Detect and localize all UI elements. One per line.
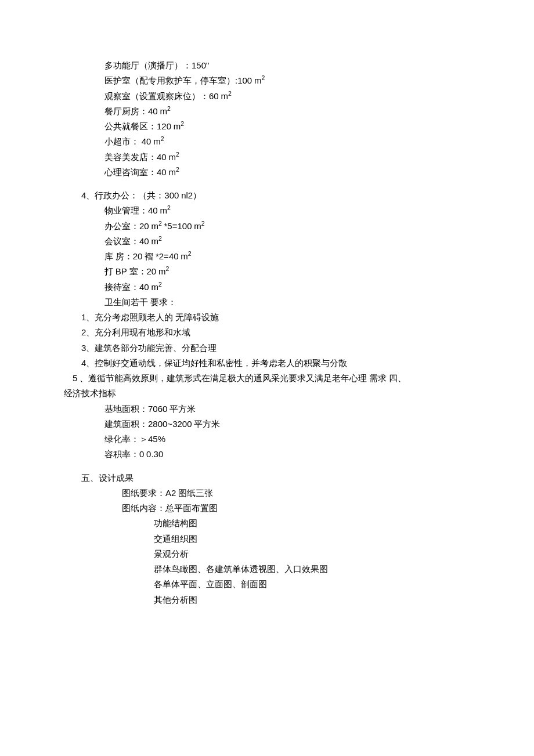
section-4-title: 经济技术指标	[64, 386, 470, 401]
requirement-item: 2、充分利用现有地形和水域	[64, 325, 470, 340]
drawing-item: 功能结构图	[64, 516, 470, 531]
drawing-item: 景观分析	[64, 547, 470, 562]
requirement-item: 3、建筑各部分功能完善、分配合理	[64, 341, 470, 356]
drawings-content-label: 图纸内容：总平面布置图	[64, 501, 470, 516]
drawing-item: 各单体平面、立面图、剖面图	[64, 577, 470, 592]
admin-item: 办公室：20 m2 *5=100 m2	[64, 219, 470, 234]
drawing-item: 交通组织图	[64, 531, 470, 547]
room-item: 公共就餐区：120 m2	[64, 119, 470, 134]
requirement-item-5: 5 、遵循节能高效原则，建筑形式在满足极大的通风采光要求又满足老年心理 需求 四…	[64, 371, 470, 386]
room-item: 心理咨询室：40 m2	[64, 165, 470, 180]
section-4-header: 4、行政办公：（共：300 nl2）	[64, 188, 470, 203]
section-5-header: 五、设计成果	[64, 471, 470, 486]
drawing-item: 其他分析图	[64, 592, 470, 607]
room-item: 小超市： 40 m2	[64, 134, 470, 149]
admin-item: 接待室：40 m2	[64, 280, 470, 295]
admin-item: 物业管理：40 m2	[64, 203, 470, 218]
metric-item: 基地面积：7060 平方米	[64, 401, 470, 417]
metric-item: 绿化率：＞45%	[64, 432, 470, 447]
room-item: 观察室（设置观察床位）：60 m2	[64, 89, 470, 104]
admin-item: 卫生间若干 要求：	[64, 295, 470, 310]
room-item: 多功能厅（演播厅）：150"	[64, 58, 470, 73]
room-item: 美容美发店：40 m2	[64, 150, 470, 165]
drawing-item: 群体鸟瞰图、各建筑单体透视图、入口效果图	[64, 562, 470, 577]
admin-item: 打 BP 室：20 m2	[64, 264, 470, 279]
metric-item: 建筑面积：2800~3200 平方米	[64, 417, 470, 432]
metric-item: 容积率：0 0.30	[64, 447, 470, 462]
drawings-requirement: 图纸要求：A2 图纸三张	[64, 486, 470, 501]
admin-item: 会议室：40 m2	[64, 234, 470, 249]
requirement-item: 4、控制好交通动线，保证均好性和私密性，并考虑老人的积聚与分散	[64, 356, 470, 371]
room-item: 餐厅厨房：40 m2	[64, 104, 470, 119]
requirement-item: 1、充分考虑照顾老人的 无障碍设施	[64, 310, 470, 325]
room-item: 医护室（配专用救护车，停车室）:100 m2	[64, 73, 470, 88]
admin-item: 库 房：20 褶 *2=40 m2	[64, 249, 470, 264]
